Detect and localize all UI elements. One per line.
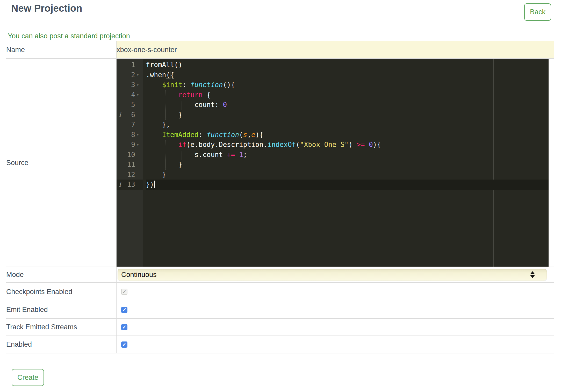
name-label: Name: [6, 41, 116, 59]
source-label: Source: [6, 59, 116, 267]
line-number: 10: [123, 151, 136, 159]
mode-label: Mode: [6, 267, 116, 282]
mode-select-value: Continuous: [121, 271, 157, 279]
table-row-name: Name xbox-one-s-counter: [6, 41, 554, 59]
line-number: 4: [123, 91, 136, 99]
emit-enabled-checkbox[interactable]: ✓: [121, 307, 127, 313]
code-line[interactable]: }: [146, 170, 549, 180]
checkpoints-enabled-label: Checkpoints Enabled: [6, 282, 116, 301]
line-number: 3: [123, 81, 136, 89]
code-line[interactable]: }: [146, 160, 549, 170]
line-number: 1: [123, 61, 136, 69]
page-title: New Projection: [11, 3, 82, 14]
info-annotation-icon: i: [117, 110, 123, 120]
line-number: 13: [123, 181, 136, 188]
code-line[interactable]: }: [146, 110, 549, 120]
table-row-checkpoints-enabled: Checkpoints Enabled ✓: [6, 282, 554, 301]
standard-projection-link[interactable]: You can also post a standard projection: [8, 32, 130, 40]
projection-form-table: Name xbox-one-s-counter Source 12▾3▾4▾5i…: [6, 41, 554, 353]
table-row-source: Source 12▾3▾4▾5i678▾9▾101112i13 fromAll(…: [6, 59, 554, 267]
code-line[interactable]: },: [146, 120, 549, 130]
line-number: 11: [123, 161, 136, 168]
line-number: 7: [123, 121, 136, 129]
code-line[interactable]: fromAll(): [146, 60, 549, 70]
checkpoints-enabled-checkbox[interactable]: ✓: [121, 289, 127, 295]
enabled-checkbox[interactable]: ✓: [121, 341, 127, 348]
track-emitted-streams-checkbox[interactable]: ✓: [121, 324, 127, 330]
info-annotation-icon: i: [117, 180, 123, 190]
code-line[interactable]: if(e.body.Description.indexOf("Xbox One …: [146, 140, 549, 150]
back-button[interactable]: Back: [524, 3, 551, 21]
line-number: 5: [123, 101, 136, 109]
code-line[interactable]: ItemAdded: function(s,e){: [146, 130, 549, 140]
code-line[interactable]: return {: [146, 90, 549, 100]
table-row-mode: Mode Continuous: [6, 267, 554, 282]
line-number: 9: [123, 141, 136, 148]
line-number: 6: [123, 111, 136, 119]
table-row-enabled: Enabled ✓: [6, 336, 554, 353]
mode-select[interactable]: Continuous: [118, 269, 547, 281]
fold-toggle-icon[interactable]: ▾: [136, 92, 143, 97]
source-code-editor[interactable]: 12▾3▾4▾5i678▾9▾101112i13 fromAll().when(…: [117, 59, 549, 267]
table-row-track-emitted-streams: Track Emitted Streams ✓: [6, 318, 554, 336]
enabled-label: Enabled: [6, 336, 116, 353]
line-number: 8: [123, 131, 136, 139]
name-input[interactable]: xbox-one-s-counter: [116, 41, 554, 59]
code-line[interactable]: .when({: [146, 70, 549, 80]
code-line[interactable]: $init: function(){: [146, 80, 549, 90]
code-line[interactable]: count: 0: [146, 100, 549, 110]
arrow-down-icon: [530, 275, 535, 278]
new-projection-page: New Projection Back You can also post a …: [0, 0, 561, 392]
track-emitted-streams-label: Track Emitted Streams: [6, 318, 116, 336]
arrow-up-icon: [530, 271, 535, 274]
emit-enabled-label: Emit Enabled: [6, 301, 116, 318]
code-line[interactable]: s.count += 1;: [146, 150, 549, 160]
select-arrows-icon: [530, 271, 535, 278]
fold-toggle-icon[interactable]: ▾: [136, 132, 143, 137]
create-button[interactable]: Create: [12, 369, 44, 386]
editor-code[interactable]: fromAll().when({ $init: function(){ retu…: [143, 59, 549, 190]
line-number: 2: [123, 71, 136, 79]
text-cursor: [154, 181, 155, 188]
fold-toggle-icon[interactable]: ▾: [136, 72, 143, 77]
editor-code-area[interactable]: fromAll().when({ $init: function(){ retu…: [143, 59, 549, 267]
table-row-emit-enabled: Emit Enabled ✓: [6, 301, 554, 318]
fold-toggle-icon[interactable]: ▾: [136, 82, 143, 87]
code-line[interactable]: }): [146, 180, 549, 190]
editor-gutter: 12▾3▾4▾5i678▾9▾101112i13: [117, 59, 143, 267]
fold-toggle-icon[interactable]: ▾: [136, 142, 143, 147]
line-number: 12: [123, 171, 136, 179]
